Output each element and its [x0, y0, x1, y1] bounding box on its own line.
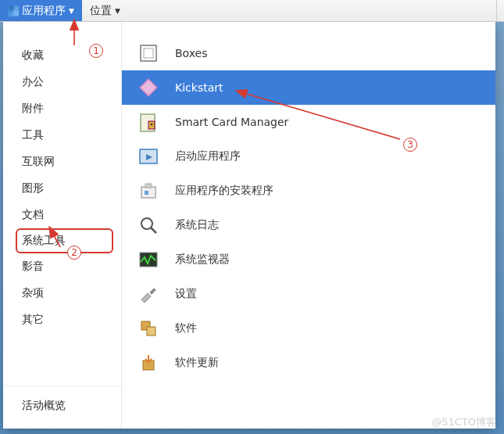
- svg-line-12: [151, 228, 156, 233]
- app-label: Boxes: [175, 47, 208, 59]
- kickstart-icon: [138, 77, 159, 99]
- settings-icon: [138, 283, 159, 305]
- software-icon: [138, 317, 159, 339]
- svg-rect-0: [141, 45, 156, 61]
- menu-apps[interactable]: 应用程序 ▼: [0, 0, 82, 21]
- app-label: 设置: [175, 287, 197, 301]
- app-label: 软件更新: [175, 356, 219, 370]
- startup-apps-icon: [138, 145, 159, 167]
- sidebar-item-accessories[interactable]: 附件: [3, 95, 121, 122]
- sidebar-item-favorites[interactable]: 收藏: [3, 42, 121, 69]
- app-system-monitor[interactable]: 系统监视器: [122, 242, 495, 277]
- menu-apps-label: 应用程序: [22, 4, 66, 18]
- app-label: Smart Card Manager: [175, 116, 288, 128]
- app-kickstart[interactable]: Kickstart: [122, 70, 495, 105]
- app-label: 软件: [175, 321, 197, 335]
- app-software-update[interactable]: 软件更新: [122, 346, 495, 380]
- app-label: 应用程序的安装程序: [175, 184, 273, 198]
- menubar-spacer: [128, 0, 496, 21]
- app-label: 系统监视器: [175, 253, 230, 267]
- smartcard-icon: [138, 111, 159, 133]
- apps-list: Boxes Kickstart Smart Card Manager 启动应用程…: [122, 22, 495, 429]
- activities-overview[interactable]: 活动概览: [3, 386, 121, 429]
- sidebar-item-system-tools[interactable]: 系统工具: [16, 228, 113, 253]
- app-system-log[interactable]: 系统日志: [122, 208, 495, 242]
- svg-point-11: [141, 218, 152, 229]
- svg-rect-9: [145, 184, 152, 188]
- chevron-down-icon: ▼: [69, 7, 74, 15]
- svg-rect-15: [147, 327, 155, 335]
- app-settings[interactable]: 设置: [122, 277, 495, 311]
- sidebar-item-misc[interactable]: 杂项: [3, 280, 121, 307]
- sidebar-item-utilities[interactable]: 工具: [3, 122, 121, 149]
- menu-places[interactable]: 位置 ▼: [82, 0, 128, 21]
- menu-places-label: 位置: [90, 4, 112, 18]
- svg-rect-1: [144, 48, 153, 58]
- svg-marker-2: [140, 79, 157, 96]
- system-monitor-icon: [138, 249, 159, 271]
- app-startup-apps[interactable]: 启动应用程序: [122, 139, 495, 174]
- app-smartcard[interactable]: Smart Card Manager: [122, 105, 495, 139]
- app-installer[interactable]: 应用程序的安装程序: [122, 174, 495, 208]
- svg-rect-10: [145, 191, 148, 195]
- app-software[interactable]: 软件: [122, 311, 495, 346]
- svg-point-5: [151, 124, 153, 126]
- app-label: 启动应用程序: [175, 149, 241, 163]
- app-label: 系统日志: [175, 218, 219, 232]
- app-installer-icon: [138, 180, 159, 202]
- sidebar-item-multimedia[interactable]: 影音: [3, 253, 121, 280]
- app-boxes[interactable]: Boxes: [122, 36, 495, 70]
- sidebar-item-documents[interactable]: 文档: [3, 202, 121, 228]
- app-label: Kickstart: [175, 81, 223, 94]
- sidebar-item-graphics[interactable]: 图形: [3, 175, 121, 202]
- boxes-icon: [138, 42, 159, 64]
- apps-logo-icon: [8, 5, 19, 16]
- menubar: 应用程序 ▼ 位置 ▼: [0, 0, 504, 22]
- software-update-icon: [138, 352, 159, 374]
- category-sidebar: 收藏 办公 附件 工具 互联网 图形 文档 系统工具 影音 杂项 其它 活动概览: [3, 22, 122, 429]
- sidebar-item-internet[interactable]: 互联网: [3, 149, 121, 175]
- menubar-right-edge: [496, 0, 504, 21]
- applications-menu-panel: 收藏 办公 附件 工具 互联网 图形 文档 系统工具 影音 杂项 其它 活动概览…: [3, 22, 495, 429]
- system-log-icon: [138, 214, 159, 236]
- sidebar-item-other[interactable]: 其它: [3, 307, 121, 333]
- sidebar-item-office[interactable]: 办公: [3, 69, 121, 95]
- chevron-down-icon: ▼: [115, 7, 120, 15]
- sidebar-spacer: [3, 333, 121, 386]
